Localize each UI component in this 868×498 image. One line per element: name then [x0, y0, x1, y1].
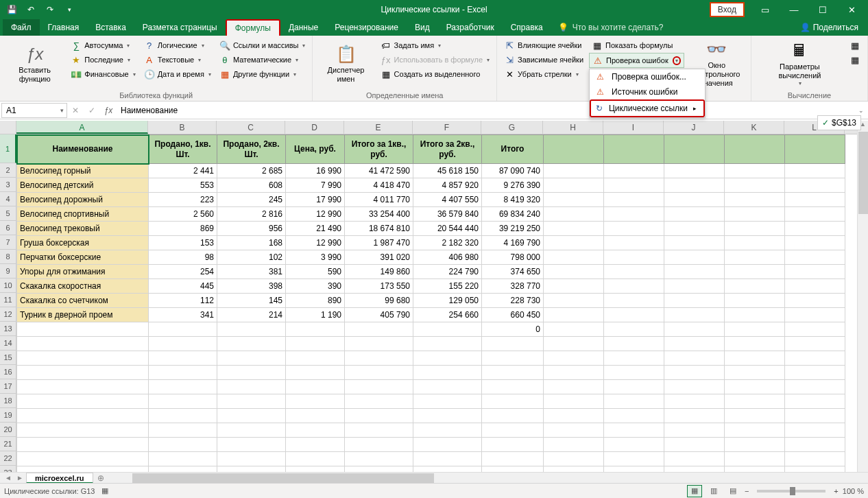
cell[interactable]	[544, 207, 604, 222]
cell[interactable]: 390	[286, 279, 345, 294]
cell[interactable]	[217, 409, 286, 423]
cell[interactable]: Перчатки боксерские	[17, 250, 149, 265]
cell[interactable]	[725, 164, 785, 178]
vertical-scrollbar[interactable]: ▲	[857, 121, 868, 472]
cell[interactable]: 87 090 740	[482, 164, 544, 178]
cell[interactable]	[413, 380, 482, 394]
cell[interactable]	[17, 438, 149, 452]
tab-help[interactable]: Справка	[503, 19, 551, 36]
row-header-10[interactable]: 10	[0, 278, 16, 293]
recent-button[interactable]: ★Последние▾	[68, 53, 138, 67]
cell[interactable]	[544, 294, 604, 308]
cell[interactable]	[725, 265, 785, 279]
tab-developer[interactable]: Разработчик	[438, 19, 503, 36]
cell[interactable]: 445	[149, 279, 217, 294]
cell[interactable]: 398	[217, 279, 286, 294]
cell[interactable]	[604, 207, 664, 222]
cell[interactable]	[664, 222, 725, 236]
cell[interactable]: 3 990	[286, 250, 345, 265]
cell[interactable]	[604, 394, 664, 409]
zoom-level[interactable]: 100 %	[843, 487, 864, 495]
cell[interactable]	[413, 466, 482, 473]
macro-record-icon[interactable]: ▦	[101, 486, 108, 495]
cell[interactable]	[286, 380, 345, 394]
cell[interactable]: 39 219 250	[482, 222, 544, 236]
cell[interactable]	[664, 164, 725, 178]
cell[interactable]	[413, 409, 482, 423]
cell[interactable]	[345, 351, 413, 366]
cell[interactable]	[785, 438, 845, 452]
cell[interactable]: Упоры для отжимания	[17, 265, 149, 279]
cell[interactable]	[17, 394, 149, 409]
col-header-B[interactable]: B	[148, 121, 217, 134]
cell[interactable]	[544, 438, 604, 452]
cell[interactable]: 129 050	[413, 294, 482, 308]
row-header-14[interactable]: 14	[0, 336, 16, 351]
close-icon[interactable]: ✕	[838, 0, 865, 19]
cell[interactable]	[345, 322, 413, 337]
cell[interactable]	[664, 322, 725, 337]
cell[interactable]	[664, 337, 725, 351]
cell[interactable]	[413, 322, 482, 337]
cell[interactable]	[785, 193, 845, 207]
cell[interactable]	[604, 466, 664, 473]
cell[interactable]: 2 182 320	[413, 236, 482, 250]
calc-sheet-button[interactable]: ▦	[847, 53, 863, 67]
cell[interactable]	[17, 337, 149, 351]
cell[interactable]	[17, 380, 149, 394]
header-cell[interactable]: Итого за 2кв., руб.	[413, 135, 482, 164]
cell[interactable]	[286, 466, 345, 473]
cell[interactable]: Велосипед детский	[17, 178, 149, 193]
calc-now-button[interactable]: ▦	[847, 38, 863, 52]
cell[interactable]	[482, 438, 544, 452]
cell[interactable]: 405 790	[345, 308, 413, 322]
cell[interactable]: Турник в дверной проем	[17, 308, 149, 322]
cell[interactable]	[482, 452, 544, 466]
cell[interactable]	[345, 438, 413, 452]
cell[interactable]: 660 450	[482, 308, 544, 322]
menu-circular-references[interactable]: ↻Циклические ссылки▸	[590, 99, 705, 117]
cell[interactable]	[286, 322, 345, 337]
cell[interactable]	[544, 394, 604, 409]
cell[interactable]	[149, 351, 217, 366]
col-header-I[interactable]: I	[603, 121, 664, 134]
cell[interactable]	[17, 466, 149, 473]
cell[interactable]: 2 560	[149, 207, 217, 222]
cell[interactable]	[604, 438, 664, 452]
cell[interactable]	[604, 193, 664, 207]
col-header-K[interactable]: K	[724, 121, 784, 134]
cell[interactable]: 18 674 810	[345, 222, 413, 236]
spreadsheet-grid[interactable]: ABCDEFGHIJKL 123456789101112131415161718…	[0, 121, 868, 483]
cell[interactable]	[725, 279, 785, 294]
cell[interactable]	[785, 265, 845, 279]
cell[interactable]	[345, 380, 413, 394]
cell[interactable]	[345, 409, 413, 423]
cell[interactable]	[785, 466, 845, 473]
ribbon-options-icon[interactable]: ▭	[751, 0, 779, 19]
cell[interactable]: 20 544 440	[413, 222, 482, 236]
math-button[interactable]: θМатематические▾	[217, 53, 309, 67]
cell[interactable]	[544, 265, 604, 279]
cell[interactable]: 45 618 150	[413, 164, 482, 178]
cell[interactable]: 406 980	[413, 250, 482, 265]
cell[interactable]	[149, 466, 217, 473]
cell[interactable]	[413, 351, 482, 366]
cell[interactable]: 16 990	[286, 164, 345, 178]
header-cell[interactable]	[785, 135, 845, 164]
cell[interactable]	[785, 322, 845, 337]
zoom-thumb[interactable]	[790, 487, 795, 495]
vscroll-thumb[interactable]	[858, 132, 868, 214]
redo-icon[interactable]: ↷	[43, 2, 58, 17]
cell[interactable]	[725, 423, 785, 438]
cell[interactable]: 7 990	[286, 178, 345, 193]
cell[interactable]: 149 860	[345, 265, 413, 279]
cell[interactable]	[725, 438, 785, 452]
cell[interactable]	[544, 366, 604, 380]
cell[interactable]	[785, 279, 845, 294]
view-page-layout-button[interactable]: ▥	[706, 485, 721, 497]
cells-area[interactable]: НаименованиеПродано, 1кв. Шт.Продано, 2к…	[16, 134, 857, 472]
more-fn-button[interactable]: ▦Другие функции▾	[217, 67, 309, 81]
cell[interactable]: 168	[217, 236, 286, 250]
tab-insert[interactable]: Вставка	[87, 19, 134, 36]
cell[interactable]	[544, 250, 604, 265]
